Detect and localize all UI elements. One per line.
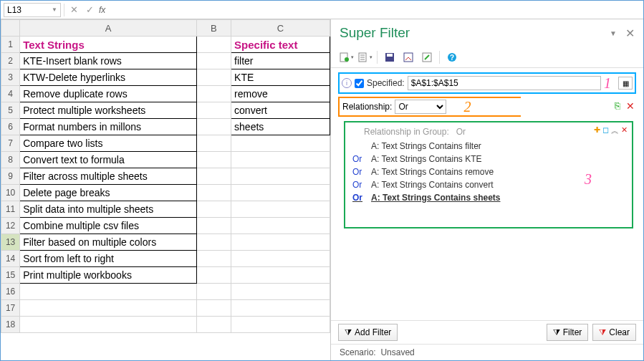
row-header[interactable]: 4 bbox=[1, 86, 20, 102]
cell[interactable] bbox=[231, 267, 330, 284]
name-box[interactable]: L13 ▼ bbox=[4, 3, 61, 17]
cell[interactable]: Split data into multiple sheets bbox=[20, 201, 197, 218]
row-header[interactable]: 11 bbox=[1, 201, 20, 218]
cell[interactable] bbox=[231, 168, 330, 185]
row-header[interactable]: 13 bbox=[1, 234, 20, 251]
select-all-corner[interactable] bbox=[1, 20, 20, 37]
row-header[interactable]: 16 bbox=[1, 284, 20, 300]
cell[interactable] bbox=[196, 300, 231, 317]
cell[interactable]: sheets bbox=[231, 119, 330, 135]
row-header[interactable]: 9 bbox=[1, 168, 20, 185]
cell[interactable]: remove bbox=[231, 86, 330, 102]
add-condition-icon[interactable]: ✚ bbox=[594, 125, 600, 136]
cell[interactable] bbox=[196, 152, 231, 168]
cell[interactable]: Protect multiple worksheets bbox=[20, 102, 197, 119]
col-header-A[interactable]: A bbox=[20, 20, 197, 37]
chevron-down-icon[interactable]: ▼ bbox=[52, 6, 57, 13]
cell[interactable]: KTE-Insert blank rows bbox=[20, 53, 197, 69]
cell[interactable] bbox=[231, 234, 330, 251]
cell[interactable] bbox=[231, 185, 330, 201]
cell[interactable] bbox=[196, 251, 231, 267]
cell[interactable]: Print multiple workbooks bbox=[20, 267, 197, 284]
close-icon[interactable]: ✕ bbox=[625, 27, 635, 40]
cell[interactable] bbox=[196, 201, 231, 218]
cell[interactable] bbox=[231, 218, 330, 234]
range-picker-icon[interactable]: ▦ bbox=[618, 77, 633, 90]
row-header[interactable]: 17 bbox=[1, 300, 20, 317]
cell[interactable] bbox=[196, 53, 231, 69]
row-header[interactable]: 1 bbox=[1, 37, 20, 53]
specified-checkbox[interactable] bbox=[355, 79, 364, 88]
cell[interactable] bbox=[196, 102, 231, 119]
cell[interactable] bbox=[196, 185, 231, 201]
cell[interactable] bbox=[196, 168, 231, 185]
accept-formula-icon[interactable]: ✓ bbox=[83, 4, 96, 16]
cell[interactable]: Text Strings bbox=[20, 37, 197, 53]
row-header[interactable]: 14 bbox=[1, 251, 20, 267]
cell[interactable] bbox=[196, 234, 231, 251]
cell[interactable] bbox=[196, 284, 231, 300]
row-header[interactable]: 2 bbox=[1, 53, 20, 69]
filter-button[interactable]: ⧩Filter bbox=[547, 324, 589, 341]
cell[interactable]: Format numbers in millons bbox=[20, 119, 197, 135]
info-icon[interactable]: i bbox=[342, 78, 352, 88]
cell[interactable]: Specific text bbox=[231, 37, 330, 53]
open-scenario-icon[interactable] bbox=[357, 49, 373, 65]
cell[interactable] bbox=[20, 300, 197, 317]
cell[interactable] bbox=[196, 69, 231, 86]
relationship-select[interactable]: Or bbox=[395, 100, 446, 114]
clear-button[interactable]: ⧩Clear bbox=[592, 324, 636, 341]
cell[interactable]: Combine multiple csv files bbox=[20, 218, 197, 234]
cell[interactable] bbox=[20, 284, 197, 300]
rename-icon[interactable] bbox=[419, 49, 435, 65]
row-header[interactable]: 12 bbox=[1, 218, 20, 234]
cell[interactable]: Compare two lists bbox=[20, 135, 197, 152]
cell[interactable] bbox=[196, 317, 231, 333]
row-header[interactable]: 7 bbox=[1, 135, 20, 152]
row-header[interactable]: 5 bbox=[1, 102, 20, 119]
cell[interactable] bbox=[196, 218, 231, 234]
cell[interactable] bbox=[196, 119, 231, 135]
col-header-B[interactable]: B bbox=[196, 20, 231, 37]
cell[interactable] bbox=[196, 267, 231, 284]
cell[interactable]: KTW-Delete hyperlinks bbox=[20, 69, 197, 86]
filter-condition[interactable]: OrA: Text Strings Contains KTE bbox=[352, 153, 625, 165]
filter-condition[interactable]: OrA: Text Strings Contains sheets bbox=[352, 191, 625, 204]
cell[interactable]: Convert text to formula bbox=[20, 152, 197, 168]
cell[interactable]: Remove duplicate rows bbox=[20, 86, 197, 102]
new-scenario-icon[interactable] bbox=[338, 49, 354, 65]
cell[interactable] bbox=[231, 317, 330, 333]
save-icon[interactable] bbox=[382, 49, 398, 65]
spreadsheet[interactable]: A B C 1Text StringsSpecific text2KTE-Ins… bbox=[1, 19, 330, 360]
cell[interactable] bbox=[231, 201, 330, 218]
delete-group-icon[interactable]: ✕ bbox=[626, 100, 635, 112]
cell[interactable] bbox=[231, 300, 330, 317]
cell[interactable] bbox=[20, 317, 197, 333]
cell[interactable] bbox=[196, 86, 231, 102]
row-header[interactable]: 10 bbox=[1, 185, 20, 201]
copy-condition-icon[interactable]: ◻ bbox=[602, 125, 609, 136]
help-icon[interactable]: ? bbox=[444, 49, 460, 65]
cell[interactable]: convert bbox=[231, 102, 330, 119]
fx-label[interactable]: fx bbox=[99, 5, 105, 15]
cell[interactable] bbox=[231, 135, 330, 152]
add-group-icon[interactable]: ⎘ bbox=[615, 100, 620, 112]
cell[interactable] bbox=[196, 135, 231, 152]
filter-condition[interactable]: OrA: Text Strings Contains remove bbox=[352, 165, 625, 178]
cell[interactable]: filter bbox=[231, 53, 330, 69]
row-header[interactable]: 3 bbox=[1, 69, 20, 86]
remove-condition-icon[interactable]: ✕ bbox=[621, 125, 628, 136]
save-as-icon[interactable] bbox=[400, 49, 416, 65]
cell[interactable] bbox=[231, 251, 330, 267]
cell[interactable]: Sort from left to right bbox=[20, 251, 197, 267]
collapse-icon[interactable]: ︽ bbox=[611, 125, 619, 136]
cell[interactable] bbox=[231, 152, 330, 168]
row-header[interactable]: 15 bbox=[1, 267, 20, 284]
filter-condition[interactable]: OrA: Text Strings Contains filter bbox=[352, 140, 625, 153]
cell[interactable] bbox=[231, 284, 330, 300]
cell[interactable]: Delete page breaks bbox=[20, 185, 197, 201]
range-input[interactable] bbox=[408, 76, 601, 90]
col-header-C[interactable]: C bbox=[231, 20, 330, 37]
row-header[interactable]: 8 bbox=[1, 152, 20, 168]
cell[interactable]: KTE bbox=[231, 69, 330, 86]
